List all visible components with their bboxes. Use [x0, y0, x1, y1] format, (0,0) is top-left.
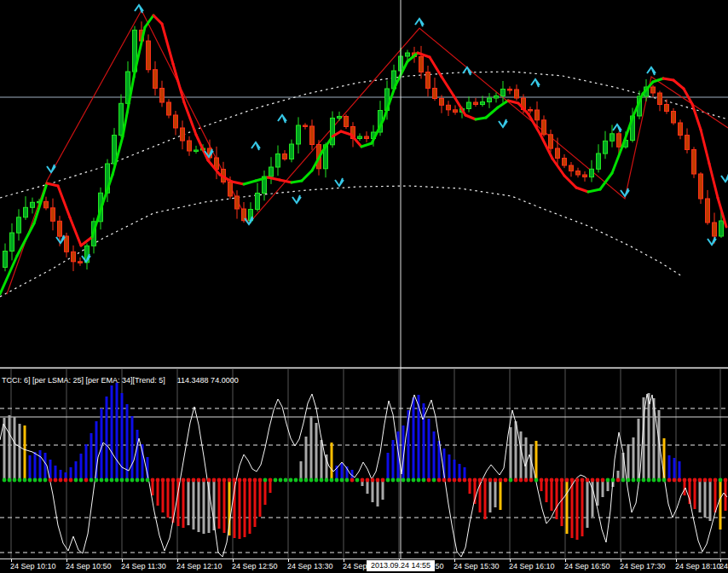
buy-arrow-icon	[278, 115, 286, 123]
buy-arrow-icon	[251, 142, 260, 150]
time-axis-label: 24 Sep 18:50	[719, 562, 728, 570]
price-chart-panel[interactable]	[0, 0, 728, 369]
time-axis-label: 24 Sep 12:10	[176, 562, 222, 570]
time-axis-label: 24 Sep 10:50	[66, 562, 112, 570]
trend-dots	[3, 478, 728, 483]
sell-arrow-icon	[335, 178, 344, 186]
time-axis-label: 24 Sep 15:30	[454, 562, 500, 570]
oscillator-panel[interactable]	[0, 369, 728, 559]
time-axis-label: 24 Sep 13:30	[287, 562, 333, 570]
time-axis-label: 24 Sep 12:50	[232, 562, 278, 570]
time-axis[interactable]: 2013.09.24 14:55 24 Sep 10:1024 Sep 10:5…	[0, 559, 728, 573]
buy-arrow-icon	[531, 79, 540, 87]
oscillator-svg	[0, 369, 728, 559]
time-axis-label: 24 Sep 16:10	[509, 562, 555, 570]
osc-histogram	[3, 383, 727, 540]
time-axis-label: 24 Sep 18:10	[675, 562, 721, 570]
buy-arrow-icon	[613, 124, 621, 132]
sell-arrow-icon	[721, 174, 728, 182]
time-axis-label: 24 Sep 11:30	[121, 562, 166, 570]
time-axis-label: 24 Sep 16:50	[564, 562, 610, 570]
time-axis-label: 24 Sep 10:10	[10, 562, 56, 570]
time-axis-label: 24 Sep 17:30	[620, 562, 666, 570]
buy-arrow-icon	[463, 67, 471, 75]
chart-window: TCCI: 6] [per LSMA: 25] [per EMA: 34][Tr…	[0, 0, 728, 573]
buy-arrow-icon	[135, 5, 143, 13]
buy-arrow-icon	[647, 67, 656, 75]
sell-arrow-icon	[499, 119, 507, 127]
price-svg	[0, 0, 728, 369]
sell-arrow-icon	[621, 188, 629, 196]
indicator-label-strip: TCCI: 6] [per LSMA: 25] [per EMA: 34][Tr…	[2, 376, 239, 386]
sell-arrow-icon	[47, 165, 55, 172]
time-crosshair-badge: 2013.09.24 14:55	[367, 560, 435, 571]
sell-arrow-icon	[292, 195, 301, 203]
indicator-values: 114.3488 74.0000	[177, 376, 239, 385]
ma-line	[0, 15, 726, 294]
indicator-label: TCCI: 6] [per LSMA: 25] [per EMA: 34][Tr…	[2, 376, 165, 385]
buy-arrow-icon	[415, 19, 424, 26]
